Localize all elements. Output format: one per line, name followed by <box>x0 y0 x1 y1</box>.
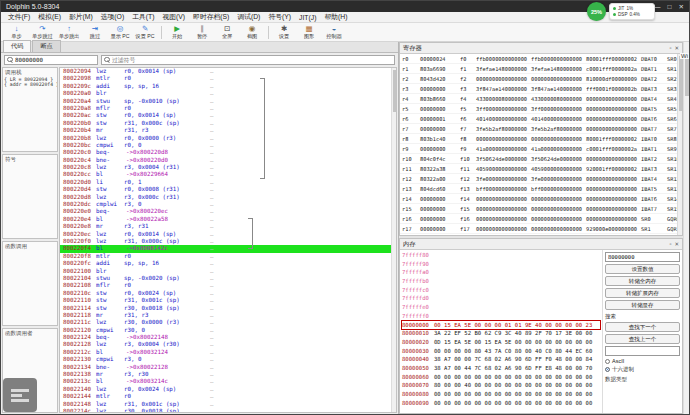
dock-scrollbar[interactable] <box>683 42 689 414</box>
disassembly-row[interactable]: 800220c8lwzr3, 0x0004 (r31)… <box>60 164 396 171</box>
register-row[interactable]: r1500000000f1500000000000000000000000000… <box>400 204 682 214</box>
hex-format-option[interactable]: 十六进制 <box>605 366 680 373</box>
registers-table[interactable]: r000000024f0ffb0000000000000ffb000000000… <box>400 54 682 235</box>
branch-target[interactable]: ->0x80022128 <box>126 364 168 371</box>
toolbar-button-graphics[interactable]: ▦图形 <box>297 23 322 41</box>
address-search-input[interactable] <box>15 57 95 63</box>
tab-code[interactable]: 代码 <box>3 40 31 52</box>
menu-item[interactable]: 影片(M) <box>65 12 97 22</box>
menu-item[interactable]: JIT(J) <box>295 14 320 21</box>
branch-target[interactable]: ->0x800220ec <box>126 208 168 215</box>
toolbar-button-config[interactable]: ✱设置 <box>272 23 297 41</box>
register-row[interactable]: r13804dcd60f13bff0000000000000bff0000000… <box>400 184 682 194</box>
register-row[interactable]: r1280322a00f123fe00000000000003fe0000000… <box>400 174 682 184</box>
close-button[interactable]: ✕ <box>679 3 684 11</box>
memory-row[interactable]: 800000103A 22 EF 52 B0 62 C9 3C 40 89 2F… <box>402 329 600 338</box>
memory-row[interactable]: 8000000000 15 EA 5E 00 00 00 01 01 9E 40… <box>402 321 600 330</box>
disassembly-row[interactable]: 800220b4mrr31, r3… <box>60 127 396 134</box>
branch-target[interactable]: ->0x800220d8 <box>126 149 168 156</box>
menu-item[interactable]: 帮助(H) <box>320 12 351 22</box>
register-row[interactable]: r900000000f941a000000000000041a000000000… <box>400 144 682 154</box>
disassembly-row[interactable]: 800220c4bne-->0x800220d0… <box>60 157 396 164</box>
toolbar-button-fullscreen[interactable]: ⊡全屏 <box>215 23 240 41</box>
scrollbar-thumb[interactable] <box>685 56 689 96</box>
memory-row[interactable]: 7fffffd0 <box>402 294 600 303</box>
dump-mram-button[interactable]: 转储全内存 <box>605 276 680 286</box>
disassembly-row[interactable]: 80022144mtlrr0… <box>60 393 396 400</box>
register-row[interactable]: r500000000f53ff00000000000003ff000000000… <box>400 104 682 114</box>
disassembly-row[interactable]: 800220e4bl->0x80022a58… <box>60 216 396 223</box>
toolbar-button-skip[interactable]: ⇥跳过 <box>83 23 108 41</box>
memory-row[interactable]: 8000007080 00 00 40 00 00 00 00 00 00 00… <box>402 381 600 390</box>
branch-target[interactable]: ->0x80032124 <box>126 349 168 356</box>
set-value-button[interactable]: 设置数值 <box>605 264 680 274</box>
memory-row[interactable]: 7fffff80 <box>402 251 600 260</box>
minimize-button[interactable]: — <box>654 3 661 11</box>
clipped-dock-tab[interactable]: Wi <box>680 53 689 59</box>
register-row[interactable]: r1400000000f1400000000000000000000000000… <box>400 194 682 204</box>
toolbar-button-step-out[interactable]: ↑单步跳出 <box>56 23 83 41</box>
memory-row[interactable]: 7fffffa0 <box>402 268 600 277</box>
branch-target[interactable]: ->0x80022148 <box>126 334 168 341</box>
disassembly-row[interactable]: 800220f4bl->0x8008142c… <box>60 245 396 252</box>
menu-item[interactable]: 工具(T) <box>128 12 158 22</box>
disassembly-row[interactable]: 8002211clwzr30, 0x0000 (r3)… <box>60 319 396 326</box>
disassembly-row[interactable]: 80022128lwzr3, 0x0004 (r30)… <box>60 341 396 348</box>
menu-item[interactable]: 文件(F) <box>4 12 34 22</box>
disassembly-row[interactable]: 800220eclwzr0, 0x0014 (sp)… <box>60 231 396 238</box>
memory-row[interactable]: 8000009000 00 00 00 00 00 00 00 00 00 00… <box>402 399 600 408</box>
disassembly-row[interactable]: 800220d8lwzr3, 0x000c (r31)… <box>60 194 396 201</box>
dump-exram-button[interactable]: 转储扩展内存 <box>605 288 680 298</box>
register-row[interactable]: r4803b8660f44330000080000000433000008000… <box>400 94 682 104</box>
register-row[interactable]: r600000001f64014000000000000401400000000… <box>400 114 682 124</box>
menu-item[interactable]: 符号(Y) <box>264 12 295 22</box>
disassembly-row[interactable]: 800220ccbl->0x80229664… <box>60 171 396 178</box>
disassembly-row[interactable]: 80022114stwr30, 0x0018 (sp)… <box>60 305 396 312</box>
find-previous-button[interactable]: 查找上一个 <box>605 334 680 344</box>
find-next-button[interactable]: 查找下一个 <box>605 322 680 332</box>
disassembly-row[interactable]: 80022120cmpwir30, 0… <box>60 327 396 334</box>
memory-address-input[interactable] <box>605 252 680 262</box>
disassembly-row[interactable]: 800220d0lir0, 1… <box>60 179 396 186</box>
ascii-format-option[interactable]: AscII <box>605 358 680 364</box>
disassembly-row[interactable]: 800220a8mflrr0… <box>60 105 396 112</box>
disassembly-row[interactable]: 800220b0stwr31, 0x000c (sp)… <box>60 120 396 127</box>
disassembly-row[interactable]: 800220bccmpwir0, 0… <box>60 142 396 149</box>
memory-row[interactable]: 7fffffe0 <box>402 303 600 312</box>
disassembly-row[interactable]: 80022098mtlrr0… <box>60 75 396 82</box>
close-panel-icon[interactable]: ✕ <box>674 45 679 51</box>
memory-row[interactable]: 8000006000 00 00 00 00 00 00 00 00 00 00… <box>402 373 600 382</box>
disassembly-row[interactable]: 80022100blr… <box>60 268 396 275</box>
menu-item[interactable]: 即时存档(S) <box>189 12 233 22</box>
menu-item[interactable]: 视图(V) <box>158 12 189 22</box>
disassembly-row[interactable]: 8002210cstwr0, 0x0024 (sp)… <box>60 290 396 297</box>
disassembly-row[interactable]: 8002214clwzr30, 0x0018 (sp)… <box>60 408 396 413</box>
memory-row[interactable]: 7ffffff0 <box>402 312 600 321</box>
branch-target[interactable]: ->0x80022a58 <box>126 216 168 223</box>
toolbar-button-pause[interactable]: ∥暂停 <box>190 23 215 41</box>
toolbar-button-step-over[interactable]: ↷单步跳过 <box>29 23 56 41</box>
disassembly-row[interactable]: 800220dccmplwir3, 0… <box>60 201 396 208</box>
float-panel-icon[interactable]: ▫ <box>669 241 671 247</box>
register-row[interactable]: r28043d420f20000000000000000000000000000… <box>400 74 682 84</box>
scrollbar-thumb[interactable] <box>393 70 397 112</box>
disassembly-row[interactable]: 800220e8mrr3, r31… <box>60 223 396 230</box>
disassembly-row[interactable]: 80022148lwzr31, 0x001c (sp)… <box>60 401 396 408</box>
disassembly-row[interactable]: 800220fcaddisp, sp, 16… <box>60 260 396 267</box>
menu-item[interactable]: 选项(O) <box>97 12 128 22</box>
register-row[interactable]: r8803b1c40f80000000000000000000000000000… <box>400 134 682 144</box>
toolbar-button-step[interactable]: ↓单步 <box>4 23 29 41</box>
disassembly-row[interactable]: 80022140lwzr0, 0x0024 (sp)… <box>60 386 396 393</box>
dump-fakevmem-button[interactable]: 转储显存 <box>605 300 680 310</box>
disassembly-row[interactable]: 800220d4stwr0, 0x0008 (r31)… <box>60 186 396 193</box>
disassembly-row[interactable]: 800220a0blr… <box>60 90 396 97</box>
branch-target[interactable]: ->0x8008142c <box>126 245 168 252</box>
disassembly-row[interactable]: 80022124beq-->0x80022148… <box>60 334 396 341</box>
register-row[interactable]: r300000000f33f847ae1400000003f847ae14000… <box>400 84 682 94</box>
memory-row[interactable]: 7fffff90 <box>402 260 600 269</box>
disassembly-row[interactable]: 800220f0lwzr31, 0x000c (sp)… <box>60 238 396 245</box>
disassembly-row[interactable]: 800220c0beq-->0x800220d8… <box>60 149 396 156</box>
memory-row[interactable]: 7fffffb0 <box>402 277 600 286</box>
register-row[interactable]: r1700000000f1700000000000000000000000000… <box>400 224 682 234</box>
memory-row[interactable]: 8000003000 00 00 00 80 43 7A C0 80 00 40… <box>402 347 600 356</box>
